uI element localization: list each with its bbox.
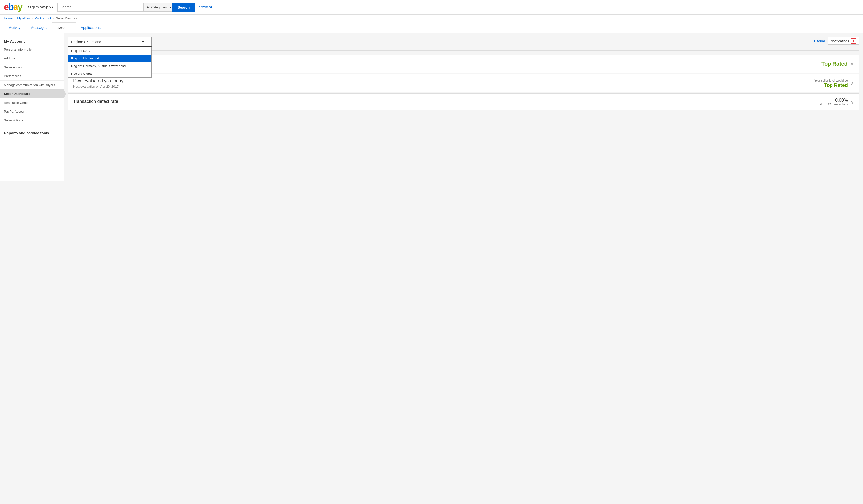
search-bar: All Categories Search — [57, 3, 195, 12]
current-seller-level-card: Current seller level As of Mar 20, 2017 … — [68, 55, 859, 73]
my-account-section-title: My Account — [0, 37, 64, 45]
evaluation-row: If we evaluated you today Next evaluatio… — [68, 75, 859, 92]
evaluation-status: Top Rated — [814, 82, 848, 88]
current-seller-status: Top Rated — [822, 61, 848, 67]
ebay-logo-e: e — [4, 2, 8, 12]
search-button[interactable]: Search — [173, 3, 195, 12]
tabs-bar: Activity Messages Account Applications — [0, 22, 863, 33]
content-divider — [68, 50, 859, 51]
advanced-search-link[interactable]: Advanced — [199, 5, 212, 9]
sidebar-item-address[interactable]: Address — [0, 54, 64, 63]
defect-rate-transactions: 0 of 117 transactions — [821, 103, 848, 106]
tutorial-link[interactable]: Tutorial — [813, 39, 825, 43]
region-dropdown-menu: Region: USA Region: UK, Ireland Region: … — [68, 47, 152, 78]
tab-activity[interactable]: Activity — [4, 22, 26, 33]
defect-rate-right: 0.00% 0 of 117 transactions — [821, 98, 848, 106]
tab-messages[interactable]: Messages — [26, 22, 52, 33]
region-dropdown-arrow: ▾ — [142, 40, 144, 44]
header: ebay Shop by category ▾ All Categories S… — [0, 0, 863, 14]
region-option-global[interactable]: Region: Global — [68, 70, 151, 77]
breadcrumb: Home › My eBay › My Account › Seller Das… — [0, 14, 863, 22]
ebay-logo-y: y — [18, 2, 22, 12]
category-select[interactable]: All Categories — [143, 3, 173, 12]
shop-by-label: Shop by category — [28, 5, 51, 9]
current-seller-level-row: Current seller level As of Mar 20, 2017 … — [68, 55, 859, 73]
reports-section-title: Reports and service tools — [0, 129, 64, 137]
region-dropdown-wrapper: Region: UK, Ireland ▾ Region: USA Region… — [68, 37, 152, 47]
sidebar: My Account Personal Information Address … — [0, 33, 64, 181]
defect-rate-percent: 0.00% — [821, 98, 848, 103]
ebay-logo-a: a — [13, 2, 18, 12]
sidebar-item-seller-dashboard[interactable]: Seller Dashboard — [0, 90, 64, 98]
sidebar-item-personal-information[interactable]: Personal Information — [0, 45, 64, 54]
region-option-uk-ireland[interactable]: Region: UK, Ireland — [68, 55, 151, 62]
shop-by-arrow: ▾ — [52, 5, 53, 9]
current-seller-level-subtitle: As of Mar 20, 2017 — [73, 65, 822, 69]
region-option-usa[interactable]: Region: USA — [68, 47, 151, 55]
notifications-label: Notifications — [830, 39, 849, 43]
defect-rate-card: Transaction defect rate 0.00% 0 of 117 t… — [68, 93, 859, 111]
evaluation-seller-level-label: Your seller level would be — [814, 79, 848, 82]
current-seller-level-left: Current seller level As of Mar 20, 2017 — [73, 59, 822, 69]
sidebar-item-seller-account[interactable]: Seller Account — [0, 63, 64, 72]
evaluation-subtitle: Next evaluation on Apr 20, 2017 — [73, 85, 814, 88]
tab-account[interactable]: Account — [52, 22, 76, 33]
breadcrumb-current: Seller Dashboard — [56, 16, 80, 20]
shop-by-category[interactable]: Shop by category ▾ — [28, 5, 53, 9]
defect-rate-expand-icon[interactable]: ∨ — [851, 99, 854, 105]
evaluation-left: If we evaluated you today Next evaluatio… — [73, 78, 814, 88]
content-area: Region: UK, Ireland ▾ Region: USA Region… — [64, 33, 863, 181]
evaluation-expand-icon[interactable]: ∧ — [851, 81, 854, 86]
evaluation-card: If we evaluated you today Next evaluatio… — [68, 74, 859, 92]
notifications-button[interactable]: Notifications 1 — [828, 37, 859, 45]
breadcrumb-home[interactable]: Home — [4, 16, 13, 20]
sidebar-item-preferences[interactable]: Preferences — [0, 72, 64, 81]
ebay-logo-b: b — [8, 2, 13, 12]
region-selected-label: Region: UK, Ireland — [71, 40, 101, 44]
ebay-logo: ebay — [4, 2, 22, 12]
evaluation-right: Your seller level would be Top Rated — [814, 79, 848, 88]
breadcrumb-sep-1: › — [14, 16, 16, 20]
current-seller-level-right: Top Rated ∨ — [822, 61, 854, 67]
defect-rate-row: Transaction defect rate 0.00% 0 of 117 t… — [68, 94, 859, 110]
breadcrumb-sep-2: › — [32, 16, 34, 20]
sidebar-item-manage-communication[interactable]: Manage communication with buyers — [0, 81, 64, 90]
defect-rate-title: Transaction defect rate — [73, 99, 821, 104]
notifications-badge: 1 — [851, 38, 856, 43]
main-content: My Account Personal Information Address … — [0, 33, 863, 181]
region-row: Region: UK, Ireland ▾ Region: USA Region… — [68, 37, 859, 47]
breadcrumb-sep-3: › — [53, 16, 55, 20]
tab-applications[interactable]: Applications — [76, 22, 105, 33]
defect-rate-left: Transaction defect rate — [73, 99, 821, 105]
breadcrumb-myebay[interactable]: My eBay — [17, 16, 30, 20]
sidebar-item-resolution-center[interactable]: Resolution Center — [0, 98, 64, 107]
region-select-display[interactable]: Region: UK, Ireland ▾ — [68, 37, 152, 47]
sidebar-item-paypal-account[interactable]: PayPal Account — [0, 107, 64, 116]
region-option-germany[interactable]: Region: Germany, Austria, Switzerland — [68, 62, 151, 70]
evaluation-title: If we evaluated you today — [73, 78, 814, 83]
current-seller-expand-icon[interactable]: ∨ — [850, 61, 854, 67]
current-seller-level-title: Current seller level — [73, 59, 822, 64]
search-input[interactable] — [57, 3, 143, 12]
breadcrumb-myaccount[interactable]: My Account — [35, 16, 51, 20]
sidebar-item-subscriptions[interactable]: Subscriptions — [0, 116, 64, 125]
tutorial-notify-area: Tutorial Notifications 1 — [813, 37, 859, 45]
